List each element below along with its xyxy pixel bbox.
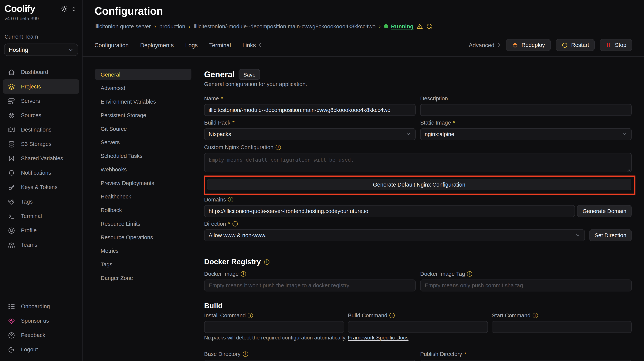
build-pack-select[interactable]: Nixpacks — [204, 128, 416, 140]
section-title-general: General — [204, 70, 235, 79]
status-label[interactable]: Running — [391, 23, 414, 30]
stop-button[interactable]: Stop — [600, 39, 632, 51]
subnav-item-scheduled-tasks[interactable]: Scheduled Tasks — [95, 150, 191, 161]
redeploy-button[interactable]: Redeploy — [506, 39, 551, 51]
sidebar-item-keys-tokens[interactable]: Keys & Tokens — [3, 180, 79, 194]
theme-toggle-sun-icon[interactable] — [61, 5, 68, 12]
subnav-item-servers[interactable]: Servers — [95, 137, 191, 148]
tab-configuration[interactable]: Configuration — [94, 42, 128, 48]
sidebar-item-teams[interactable]: Teams — [3, 238, 79, 252]
subnav-item-general[interactable]: General — [95, 69, 191, 80]
start-command-input[interactable] — [492, 321, 632, 333]
warning-icon[interactable] — [416, 23, 423, 30]
info-icon[interactable]: i — [390, 313, 395, 318]
instance-switcher-chevrons-icon[interactable] — [72, 6, 76, 12]
sidebar-item-onboarding[interactable]: Onboarding — [3, 299, 79, 313]
publish-directory-label: Publish Directory* — [420, 351, 632, 357]
static-image-select[interactable]: nginx:alpine — [420, 128, 632, 140]
info-icon[interactable]: i — [264, 259, 270, 265]
general-form: General Save General configuration for y… — [204, 69, 632, 361]
name-input[interactable] — [204, 104, 416, 116]
subnav-item-preview-deployments[interactable]: Preview Deployments — [95, 177, 191, 188]
sidebar-item-sources[interactable]: Sources — [3, 108, 79, 123]
info-icon[interactable]: i — [276, 145, 281, 150]
publish-directory-input[interactable] — [420, 360, 632, 361]
subnav-item-git-source[interactable]: Git Source — [95, 123, 191, 134]
chevrons-updown-icon — [496, 42, 501, 48]
team-select[interactable]: Hosting — [4, 44, 78, 56]
subnav-item-metrics[interactable]: Metrics — [95, 245, 191, 256]
sidebar-item-shared-variables[interactable]: Shared Variables — [3, 151, 79, 166]
info-icon[interactable]: i — [532, 313, 538, 318]
app-window: Coolify v4.0.0-beta.399 Current Team Hos… — [0, 0, 644, 361]
sidebar-item-sponsor-us[interactable]: Sponsor us — [3, 313, 79, 328]
framework-docs-link[interactable]: Framework Specific Docs — [348, 334, 409, 341]
nixpacks-caption: Nixpacks will detect the required config… — [204, 334, 632, 341]
save-button[interactable]: Save — [239, 69, 260, 80]
build-command-input[interactable] — [348, 321, 488, 333]
info-icon[interactable]: i — [248, 313, 253, 318]
sidebar-item-servers[interactable]: Servers — [3, 94, 79, 108]
required-mark: * — [453, 120, 455, 126]
required-mark: * — [232, 120, 234, 126]
sidebar-item-notifications[interactable]: Notifications — [3, 166, 79, 180]
info-icon[interactable]: i — [242, 351, 248, 357]
chevron-right-icon: › — [154, 23, 156, 30]
info-icon[interactable]: i — [467, 271, 472, 276]
help-circle-icon — [7, 331, 15, 339]
config-subnav: General Advanced Environment Variables P… — [95, 69, 191, 361]
sidebar-item-terminal[interactable]: Terminal — [3, 209, 79, 223]
restart-button[interactable]: Restart — [556, 39, 595, 51]
sidebar-item-logout[interactable]: Logout — [3, 342, 79, 357]
install-command-input[interactable] — [204, 321, 344, 333]
subnav-item-tags[interactable]: Tags — [95, 259, 191, 270]
base-directory-input[interactable] — [204, 360, 416, 361]
static-image-label: Static Image* — [420, 120, 632, 126]
subnav-item-rollback[interactable]: Rollback — [95, 205, 191, 215]
subnav-item-environment-variables[interactable]: Environment Variables — [95, 96, 191, 107]
breadcrumb-environment[interactable]: production — [160, 23, 185, 30]
sidebar-item-tags[interactable]: Tags — [3, 194, 79, 209]
sidebar-item-feedback[interactable]: Feedback — [3, 328, 79, 342]
subnav-item-danger-zone[interactable]: Danger Zone — [95, 272, 191, 283]
subnav-item-persistent-storage[interactable]: Persistent Storage — [95, 110, 191, 121]
tab-logs[interactable]: Logs — [185, 42, 198, 48]
app-logo: Coolify — [4, 3, 35, 14]
advanced-menu[interactable]: Advanced — [469, 42, 501, 48]
subnav-item-resource-operations[interactable]: Resource Operations — [95, 232, 191, 243]
chevron-right-icon: › — [188, 23, 190, 30]
breadcrumb-application[interactable]: illicitestonion/-module--decomposition:m… — [194, 23, 376, 30]
sidebar-item-projects[interactable]: Projects — [3, 79, 79, 94]
tab-terminal[interactable]: Terminal — [209, 42, 231, 48]
breadcrumb-project[interactable]: illicitonion quote server — [94, 23, 151, 30]
checklist-icon — [7, 303, 15, 310]
custom-nginx-textarea[interactable] — [204, 153, 632, 172]
sidebar-item-profile[interactable]: Profile — [3, 223, 79, 238]
key-icon — [7, 183, 15, 191]
chevron-right-icon: › — [379, 23, 381, 30]
docker-image-tag-input[interactable] — [420, 279, 632, 291]
domains-input[interactable] — [204, 205, 575, 217]
docker-image-input[interactable] — [204, 279, 416, 291]
sidebar-item-destinations[interactable]: Destinations — [3, 123, 79, 137]
sidebar-item-s3-storages[interactable]: S3 Storages — [3, 137, 79, 151]
generate-default-nginx-button[interactable]: Generate Default Nginx Configuration — [207, 179, 631, 190]
info-icon[interactable]: i — [228, 197, 234, 202]
subnav-item-resource-limits[interactable]: Resource Limits — [95, 218, 191, 229]
subnav-item-webhooks[interactable]: Webhooks — [95, 164, 191, 175]
sidebar-item-dashboard[interactable]: Dashboard — [3, 65, 79, 79]
info-icon[interactable]: i — [232, 221, 238, 226]
content: General Advanced Environment Variables P… — [82, 57, 644, 361]
direction-select[interactable]: Allow www & non-www. — [204, 229, 585, 241]
info-icon[interactable]: i — [241, 271, 246, 276]
page-title: Configuration — [94, 5, 644, 18]
tab-links[interactable]: Links — [242, 42, 262, 48]
description-input[interactable] — [420, 104, 632, 116]
tab-deployments[interactable]: Deployments — [140, 42, 174, 48]
refresh-icon[interactable] — [426, 23, 432, 30]
resize-handle-icon[interactable] — [627, 168, 630, 172]
generate-domain-button[interactable]: Generate Domain — [577, 205, 632, 217]
subnav-item-healthcheck[interactable]: Healthcheck — [95, 191, 191, 202]
set-direction-button[interactable]: Set Direction — [589, 229, 632, 241]
subnav-item-advanced[interactable]: Advanced — [95, 83, 191, 93]
